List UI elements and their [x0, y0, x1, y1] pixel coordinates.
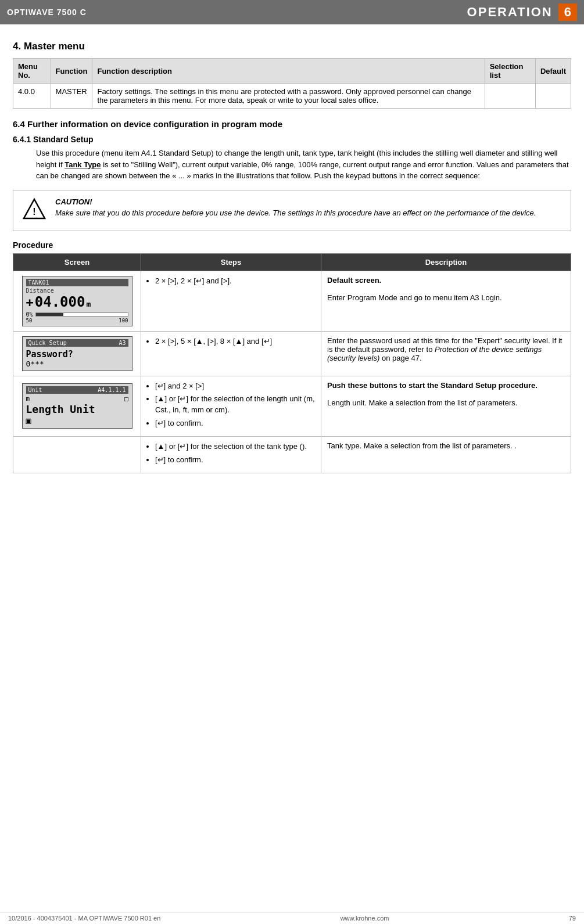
screen-top-bar: TANK01 — [26, 279, 128, 286]
page-header: OPTIWAVE 7500 C OPERATION 6 — [0, 0, 584, 24]
footer-center: www.krohne.com — [341, 915, 389, 922]
table-row: [▲] or [↵] for the selection of the tank… — [13, 436, 571, 473]
cell-default — [535, 84, 571, 109]
bar-label-0: 0% — [26, 311, 33, 318]
procedure-table: Screen Steps Description TANK01 Distance… — [13, 253, 571, 473]
proc-steps-cell-4: [▲] or [↵] for the selection of the tank… — [141, 436, 321, 473]
proc-screen-cell-1: TANK01 Distance + 04.000 m 0% — [13, 271, 141, 331]
col-menu-no: Menu No. — [13, 59, 51, 84]
unit-screen: Unit A4.1.1.1 m □ Length Unit ▣ — [22, 383, 132, 429]
desc-text-2: is set to "Stilling Well"), current outp… — [36, 160, 569, 181]
proc-col-steps: Steps — [141, 253, 321, 271]
table-row: Quick Setup A3 Password? 0*** 2 × [>], 5… — [13, 331, 571, 376]
header-right: OPERATION 6 — [467, 3, 577, 21]
desc-body-4: Tank type. Make a selection from the lis… — [327, 441, 565, 450]
screen-distance-label: Distance — [26, 287, 128, 294]
cell-function-desc: Factory settings. The settings in this m… — [92, 84, 485, 109]
cell-menu-no: 4.0.0 — [13, 84, 51, 109]
unit-top-right: A4.1.1.1 — [98, 387, 126, 393]
list-item: [▲] or [↵] for the selection of the leng… — [155, 394, 315, 416]
desc-title-1: Default screen. — [327, 276, 565, 285]
proc-screen-cell-3: Unit A4.1.1.1 m □ Length Unit ▣ — [13, 376, 141, 436]
unit-length-unit-label: Length Unit — [26, 403, 128, 415]
bar-50: 50 — [26, 318, 33, 323]
steps-list-3: [↵] and 2 × [>] [▲] or [↵] for the selec… — [155, 381, 315, 429]
operation-label: OPERATION — [467, 5, 553, 20]
proc-desc-cell-1: Default screen. Enter Program Mode and g… — [321, 271, 571, 331]
page-footer: 10/2016 - 4004375401 - MA OPTIWAVE 7500 … — [0, 912, 584, 924]
list-item: [↵] to confirm. — [155, 455, 315, 466]
list-item: 2 × [>], 2 × [↵] and [>]. — [155, 276, 315, 287]
product-title: OPTIWAVE 7500 C — [7, 8, 87, 17]
list-item: 2 × [>], 5 × [▲, [>], 8 × [▲] and [↵] — [155, 336, 315, 347]
screen-bar — [35, 312, 128, 317]
screen-bar-fill — [36, 313, 63, 316]
caution-title: CAUTION! — [55, 197, 536, 206]
unit-topbar: Unit A4.1.1.1 — [26, 386, 128, 394]
qs-pass-label: Password? — [26, 349, 128, 359]
tank-type-bold: Tank Type — [65, 160, 101, 169]
steps-list-1: 2 × [>], 2 × [↵] and [>]. — [155, 276, 315, 287]
col-function: Function — [51, 59, 92, 84]
page-number-badge: 6 — [558, 3, 577, 21]
bar-100: 100 — [119, 318, 128, 323]
table-row: Unit A4.1.1.1 m □ Length Unit ▣ [↵] and … — [13, 376, 571, 436]
proc-desc-cell-3: Push these buttons to start the Standard… — [321, 376, 571, 436]
master-table: Menu No. Function Function description S… — [13, 58, 571, 109]
procedure-label: Procedure — [13, 240, 571, 250]
screen-unit: m — [86, 300, 91, 308]
caution-body: Make sure that you do this procedure bef… — [55, 208, 536, 219]
desc-body-1: Enter Program Mode and go to menu item A… — [327, 293, 565, 302]
proc-steps-cell-2: 2 × [>], 5 × [▲, [>], 8 × [▲] and [↵] — [141, 331, 321, 376]
proc-desc-cell-4: Tank type. Make a selection from the lis… — [321, 436, 571, 473]
desc-title-3: Push these buttons to start the Standard… — [327, 381, 565, 390]
cell-function: MASTER — [51, 84, 92, 109]
list-item: [↵] to confirm. — [155, 418, 315, 429]
proc-steps-cell-3: [↵] and 2 × [>] [▲] or [↵] for the selec… — [141, 376, 321, 436]
proc-col-desc: Description — [321, 253, 571, 271]
caution-text: CAUTION! Make sure that you do this proc… — [55, 197, 536, 219]
footer-left: 10/2016 - 4004375401 - MA OPTIWAVE 7500 … — [8, 915, 160, 922]
unit-top-left: Unit — [28, 387, 42, 393]
col-default: Default — [535, 59, 571, 84]
desc-body-3: Length unit. Make a selection from the l… — [327, 398, 565, 407]
qs-topbar: Quick Setup A3 — [26, 339, 128, 347]
qs-top-left: Quick Setup — [28, 340, 67, 346]
unit-icon: □ — [124, 395, 128, 402]
table-row: 4.0.0 MASTER Factory settings. The setti… — [13, 84, 571, 109]
cell-selection-list — [485, 84, 535, 109]
proc-desc-cell-2: Enter the password used at this time for… — [321, 331, 571, 376]
screen-bar-row: 0% — [26, 311, 128, 318]
unit-m-row: m □ — [26, 395, 128, 402]
footer-right: 79 — [569, 915, 576, 922]
quicksetup-screen: Quick Setup A3 Password? 0*** — [22, 336, 132, 371]
unit-block-icon: ▣ — [26, 415, 128, 426]
steps-list-2: 2 × [>], 5 × [▲, [>], 8 × [▲] and [↵] — [155, 336, 315, 347]
list-item: [▲] or [↵] for the selection of the tank… — [155, 441, 315, 452]
screen-sign: + — [26, 295, 34, 310]
bar-label-row: 50 100 — [26, 318, 128, 323]
qs-pass-val: 0*** — [26, 359, 128, 368]
master-menu-title: 4. Master menu — [13, 41, 571, 52]
desc-body-2: Enter the password used at this time for… — [327, 336, 565, 362]
table-row: TANK01 Distance + 04.000 m 0% — [13, 271, 571, 331]
proc-steps-cell-1: 2 × [>], 2 × [↵] and [>]. — [141, 271, 321, 331]
proc-screen-cell-4 — [13, 436, 141, 473]
main-content: 4. Master menu Menu No. Function Functio… — [0, 24, 584, 494]
proc-col-screen: Screen — [13, 253, 141, 271]
col-function-desc: Function description — [92, 59, 485, 84]
distance-screen: TANK01 Distance + 04.000 m 0% — [22, 276, 132, 326]
standard-setup-description: Use this procedure (menu item A4.1 Stand… — [36, 148, 571, 182]
screen-big-num: + 04.000 m — [26, 294, 128, 310]
standard-setup-title: 6.4.1 Standard Setup — [13, 135, 571, 144]
caution-icon: ! — [23, 197, 46, 224]
caution-box: ! CAUTION! Make sure that you do this pr… — [13, 190, 571, 231]
svg-text:!: ! — [33, 207, 35, 217]
proc-screen-cell-2: Quick Setup A3 Password? 0*** — [13, 331, 141, 376]
col-selection-list: Selection list — [485, 59, 535, 84]
qs-top-right: A3 — [119, 340, 126, 346]
unit-m: m — [26, 395, 30, 402]
list-item: [↵] and 2 × [>] — [155, 381, 315, 392]
further-info-title: 6.4 Further information on device config… — [13, 119, 571, 129]
screen-value: 04.000 — [35, 294, 85, 310]
